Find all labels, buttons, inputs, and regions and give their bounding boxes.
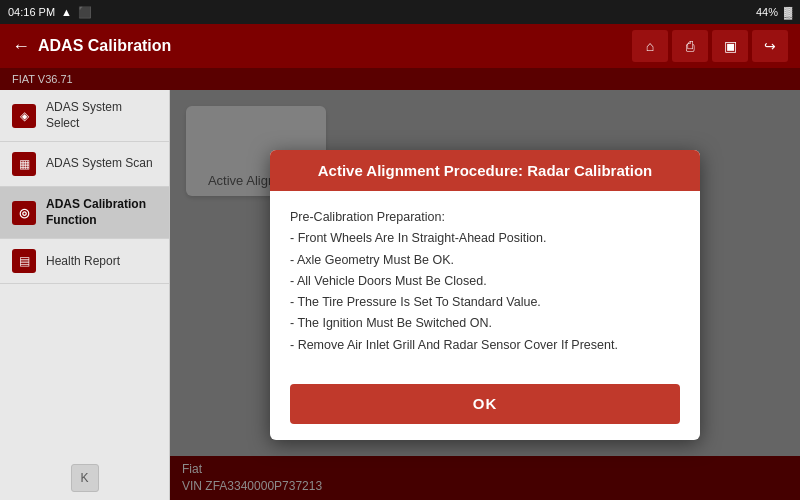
calibration-dialog: Active Alignment Procedure: Radar Calibr… <box>270 150 700 440</box>
header-actions: ⌂ ⎙ ▣ ↪ <box>632 30 788 62</box>
version-label: FIAT V36.71 <box>12 73 73 85</box>
status-bar: 04:16 PM ▲ ⬛ 44% ▓ <box>0 0 800 24</box>
export-button[interactable]: ↪ <box>752 30 788 62</box>
dialog-intro: Pre-Calibration Preparation: <box>290 207 680 228</box>
dialog-line-1: - Front Wheels Are In Straight-Ahead Pos… <box>290 228 680 249</box>
health-report-icon: ▤ <box>12 249 36 273</box>
status-left: 04:16 PM ▲ ⬛ <box>8 6 92 19</box>
sidebar-bottom: K <box>0 456 169 500</box>
dialog-footer: OK <box>270 372 700 440</box>
back-button[interactable]: ← <box>12 36 30 57</box>
sidebar-label-health-report: Health Report <box>46 254 120 270</box>
sidebar-label-adas-calibration-function: ADAS Calibration Function <box>46 197 157 228</box>
adas-calibration-icon: ◎ <box>12 201 36 225</box>
home-button[interactable]: ⌂ <box>632 30 668 62</box>
sidebar-item-adas-system-scan[interactable]: ▦ ADAS System Scan <box>0 142 169 187</box>
device-icon: ⬛ <box>78 6 92 19</box>
battery-percent: 44% <box>756 6 778 18</box>
header-left: ← ADAS Calibration <box>12 36 171 57</box>
battery-icon: ▓ <box>784 6 792 18</box>
print-button[interactable]: ⎙ <box>672 30 708 62</box>
app-header: ← ADAS Calibration ⌂ ⎙ ▣ ↪ <box>0 24 800 68</box>
sidebar-label-adas-system-select: ADAS System Select <box>46 100 157 131</box>
dialog-header: Active Alignment Procedure: Radar Calibr… <box>270 150 700 191</box>
dialog-line-4: - The Tire Pressure Is Set To Standard V… <box>290 292 680 313</box>
dialog-line-6: - Remove Air Inlet Grill And Radar Senso… <box>290 335 680 356</box>
sidebar: ◈ ADAS System Select ▦ ADAS System Scan … <box>0 90 170 500</box>
sidebar-item-adas-calibration-function[interactable]: ◎ ADAS Calibration Function <box>0 187 169 239</box>
dialog-line-2: - Axle Geometry Must Be OK. <box>290 250 680 271</box>
dialog-line-5: - The Ignition Must Be Switched ON. <box>290 313 680 334</box>
dialog-line-3: - All Vehicle Doors Must Be Closed. <box>290 271 680 292</box>
dialog-overlay: Active Alignment Procedure: Radar Calibr… <box>170 90 800 500</box>
adas-system-select-icon: ◈ <box>12 104 36 128</box>
content-area: Active Alignment Fiat VIN ZFA3340000P737… <box>170 90 800 500</box>
adas-system-scan-icon: ▦ <box>12 152 36 176</box>
page-title: ADAS Calibration <box>38 37 171 55</box>
time-display: 04:16 PM <box>8 6 55 18</box>
sidebar-item-health-report[interactable]: ▤ Health Report <box>0 239 169 284</box>
sidebar-label-adas-system-scan: ADAS System Scan <box>46 156 153 172</box>
sidebar-item-adas-system-select[interactable]: ◈ ADAS System Select <box>0 90 169 142</box>
status-right: 44% ▓ <box>756 6 792 18</box>
dialog-body: Pre-Calibration Preparation: - Front Whe… <box>270 191 700 372</box>
sub-header: FIAT V36.71 <box>0 68 800 90</box>
ok-button[interactable]: OK <box>290 384 680 424</box>
display-button[interactable]: ▣ <box>712 30 748 62</box>
main-layout: ◈ ADAS System Select ▦ ADAS System Scan … <box>0 90 800 500</box>
collapse-button[interactable]: K <box>71 464 99 492</box>
wifi-icon: ▲ <box>61 6 72 18</box>
dialog-title: Active Alignment Procedure: Radar Calibr… <box>318 162 653 179</box>
